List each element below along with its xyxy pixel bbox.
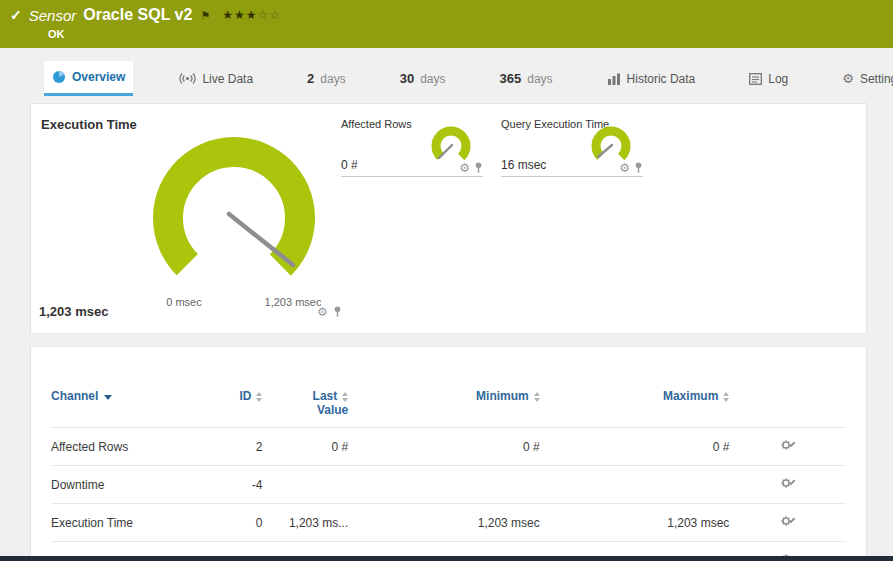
gear-wrench-icon (780, 438, 796, 452)
channel-minimum: 0 # (348, 428, 540, 466)
column-header-last-value[interactable]: Last Value (262, 375, 348, 428)
channel-name: Downtime (51, 466, 181, 504)
column-header-minimum[interactable]: Minimum (348, 375, 540, 428)
status-badge: OK (48, 28, 883, 40)
flag-icon[interactable]: ⚑ (200, 9, 210, 22)
table-row[interactable]: Affected Rows 2 0 # 0 # 0 # (51, 428, 846, 466)
channel-minimum: 1,203 msec (348, 504, 540, 542)
channel-settings-button[interactable] (729, 428, 846, 466)
channel-maximum: 1,203 msec (540, 504, 730, 542)
tab-label-unit: days (420, 72, 445, 86)
channel-settings-button[interactable] (729, 466, 846, 504)
bottom-bar (0, 556, 893, 561)
tab-label-number: 30 (400, 71, 414, 86)
channel-name: Execution Time (51, 504, 181, 542)
main-gauge-title: Execution Time (41, 117, 137, 132)
stars-filled[interactable]: ★★★ (222, 8, 257, 22)
channel-table: Channel ID Last Value Minimum Maximum (51, 375, 846, 561)
tab-bar: Overview Live Data 2 days 30 days 365 da… (0, 61, 893, 96)
tab-historic-data[interactable]: Historic Data (599, 61, 704, 96)
gauge-min-label: 0 msec (149, 296, 219, 308)
tab-settings[interactable]: ⚙ Settings (834, 61, 893, 96)
tab-overview[interactable]: Overview (44, 61, 133, 96)
tab-2-days[interactable]: 2 days (299, 61, 354, 96)
sensor-kind-label: Sensor (29, 7, 77, 24)
tab-label-unit: days (320, 72, 345, 86)
channel-maximum: 0 # (540, 428, 730, 466)
gauges-panel: Execution Time 0 msec 1,203 msec 1,203 m… (30, 103, 867, 334)
sort-desc-icon (104, 395, 112, 400)
tab-365-days[interactable]: 365 days (492, 61, 561, 96)
sort-icon (256, 392, 262, 402)
gauge-value: 1,203 msec (39, 304, 108, 319)
column-header-label: Maximum (663, 389, 718, 403)
mini-gauge-query-execution-time: Query Execution Time 16 msec ⚙ (501, 118, 643, 177)
tab-30-days[interactable]: 30 days (392, 61, 454, 96)
channel-id: 2 (181, 428, 263, 466)
live-data-icon (179, 72, 196, 85)
column-header-label: Last (313, 389, 338, 403)
column-header-maximum[interactable]: Maximum (540, 375, 730, 428)
tab-live-data[interactable]: Live Data (171, 61, 261, 96)
gear-icon[interactable]: ⚙ (459, 162, 470, 174)
channel-settings-button[interactable] (729, 504, 846, 542)
column-header-label: Minimum (476, 389, 529, 403)
execution-time-gauge[interactable] (149, 133, 319, 303)
channel-id: -4 (181, 466, 263, 504)
pie-chart-icon (52, 70, 66, 84)
tab-log[interactable]: Log (741, 61, 796, 96)
ok-check-icon: ✓ (10, 7, 22, 23)
gear-wrench-icon (780, 476, 796, 490)
table-row[interactable]: Downtime -4 (51, 466, 846, 504)
priority-stars[interactable]: ★★★☆☆ (222, 8, 281, 22)
tab-label: Log (768, 72, 788, 86)
tab-label: Settings (860, 72, 893, 86)
tab-label: Overview (72, 70, 125, 84)
column-header-id[interactable]: ID (181, 375, 263, 428)
sort-icon (723, 392, 729, 402)
column-header-label: Value (262, 403, 348, 417)
sensor-title: Oracle SQL v2 (83, 6, 192, 24)
gear-icon[interactable]: ⚙ (619, 162, 630, 174)
pin-icon[interactable] (634, 162, 643, 174)
mini-gauge-value: 16 msec (501, 158, 546, 172)
channel-name: Affected Rows (51, 428, 181, 466)
channel-maximum (540, 466, 730, 504)
sensor-header: ✓ Sensor Oracle SQL v2 ⚑ ★★★☆☆ OK (0, 0, 893, 48)
log-icon (749, 73, 762, 85)
bar-chart-icon (607, 73, 621, 85)
tab-label-number: 365 (500, 71, 522, 86)
column-header-label: ID (239, 389, 251, 403)
stars-empty[interactable]: ☆☆ (258, 8, 282, 22)
gear-wrench-icon (780, 514, 796, 528)
gear-icon: ⚙ (842, 71, 854, 86)
channel-id: 0 (181, 504, 263, 542)
channel-table-panel: Channel ID Last Value Minimum Maximum (30, 346, 867, 561)
pin-icon[interactable] (474, 162, 483, 174)
channel-last-value: 1,203 ms... (262, 504, 348, 542)
column-header-label: Channel (51, 389, 98, 403)
table-row[interactable]: Execution Time 0 1,203 ms... 1,203 msec … (51, 504, 846, 542)
column-header-channel[interactable]: Channel (51, 375, 181, 428)
sort-icon (534, 392, 540, 402)
gear-icon[interactable]: ⚙ (317, 306, 328, 318)
sort-icon (342, 392, 348, 402)
tab-label-number: 2 (307, 71, 314, 86)
tab-label: Live Data (202, 72, 253, 86)
mini-gauge-affected-rows: Affected Rows 0 # ⚙ (341, 118, 483, 177)
column-header-settings (729, 375, 846, 428)
mini-gauge-value: 0 # (341, 158, 358, 172)
tab-label: Historic Data (627, 72, 696, 86)
channel-last-value (262, 466, 348, 504)
channel-last-value: 0 # (262, 428, 348, 466)
tab-label-unit: days (527, 72, 552, 86)
channel-minimum (348, 466, 540, 504)
pin-icon[interactable] (333, 306, 342, 318)
